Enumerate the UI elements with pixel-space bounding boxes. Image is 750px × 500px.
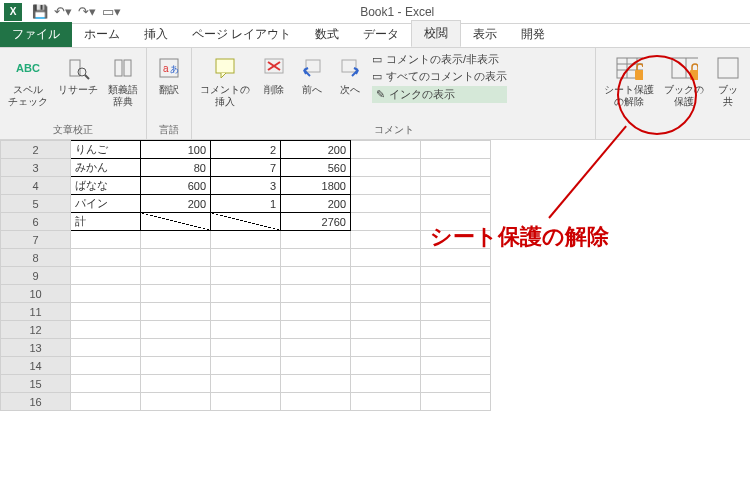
row-header[interactable]: 10 — [1, 285, 71, 303]
cell[interactable] — [141, 303, 211, 321]
spelling-button[interactable]: ABC スペル チェック — [6, 52, 50, 110]
cell[interactable]: ばなな — [71, 177, 141, 195]
cell[interactable] — [421, 339, 491, 357]
prev-comment-button[interactable]: 前へ — [296, 52, 328, 98]
cell[interactable] — [421, 321, 491, 339]
row-header[interactable]: 2 — [1, 141, 71, 159]
cell[interactable] — [351, 393, 421, 411]
cell[interactable] — [211, 339, 281, 357]
cell[interactable]: りんご — [71, 141, 141, 159]
cell[interactable] — [351, 195, 421, 213]
tab-data[interactable]: データ — [351, 22, 411, 47]
row-header[interactable]: 6 — [1, 213, 71, 231]
cell[interactable] — [71, 357, 141, 375]
cell[interactable] — [421, 303, 491, 321]
cell[interactable] — [211, 249, 281, 267]
cell[interactable]: 80 — [141, 159, 211, 177]
cell[interactable] — [281, 231, 351, 249]
cell[interactable] — [351, 231, 421, 249]
row-header[interactable]: 8 — [1, 249, 71, 267]
cell[interactable] — [421, 267, 491, 285]
cell[interactable] — [351, 321, 421, 339]
show-hide-comment-button[interactable]: ▭コメントの表示/非表示 — [372, 52, 507, 67]
cell[interactable] — [351, 303, 421, 321]
cell[interactable] — [211, 321, 281, 339]
cell[interactable] — [281, 375, 351, 393]
row-header[interactable]: 15 — [1, 375, 71, 393]
new-file-icon[interactable]: ▭▾ — [102, 4, 121, 19]
cell[interactable] — [141, 249, 211, 267]
cell[interactable] — [281, 357, 351, 375]
row-header[interactable]: 9 — [1, 267, 71, 285]
cell[interactable] — [421, 177, 491, 195]
cell[interactable] — [351, 267, 421, 285]
cell[interactable]: 2760 — [281, 213, 351, 231]
cell[interactable]: みかん — [71, 159, 141, 177]
row-header[interactable]: 4 — [1, 177, 71, 195]
next-comment-button[interactable]: 次へ — [334, 52, 366, 98]
cell[interactable] — [351, 213, 421, 231]
row-header[interactable]: 16 — [1, 393, 71, 411]
cell[interactable]: パイン — [71, 195, 141, 213]
cell[interactable] — [351, 159, 421, 177]
cell[interactable] — [141, 231, 211, 249]
tab-formulas[interactable]: 数式 — [303, 22, 351, 47]
row-header[interactable]: 14 — [1, 357, 71, 375]
cell[interactable] — [281, 267, 351, 285]
row-header[interactable]: 7 — [1, 231, 71, 249]
cell[interactable]: 600 — [141, 177, 211, 195]
thesaurus-button[interactable]: 類義語 辞典 — [106, 52, 140, 110]
cell[interactable] — [141, 213, 211, 231]
cell[interactable] — [281, 249, 351, 267]
save-icon[interactable]: 💾 — [32, 4, 48, 19]
tab-developer[interactable]: 開発 — [509, 22, 557, 47]
row-header[interactable]: 5 — [1, 195, 71, 213]
cell[interactable]: 200 — [281, 195, 351, 213]
show-ink-button[interactable]: ✎インクの表示 — [372, 86, 507, 103]
cell[interactable] — [421, 231, 491, 249]
share-workbook-button[interactable]: ブッ 共 — [712, 52, 744, 110]
cell[interactable] — [281, 303, 351, 321]
row-header[interactable]: 3 — [1, 159, 71, 177]
cell[interactable]: 1 — [211, 195, 281, 213]
cell[interactable] — [211, 213, 281, 231]
cell[interactable]: 200 — [281, 141, 351, 159]
cell[interactable]: 560 — [281, 159, 351, 177]
cell[interactable] — [71, 339, 141, 357]
cell[interactable] — [351, 141, 421, 159]
cell[interactable] — [211, 303, 281, 321]
cell[interactable] — [71, 267, 141, 285]
cell[interactable] — [351, 375, 421, 393]
cell[interactable] — [421, 393, 491, 411]
cell[interactable] — [281, 339, 351, 357]
cell[interactable] — [421, 195, 491, 213]
cell[interactable] — [421, 249, 491, 267]
cell[interactable]: 7 — [211, 159, 281, 177]
cell[interactable] — [421, 141, 491, 159]
cell[interactable] — [71, 393, 141, 411]
cell[interactable] — [141, 357, 211, 375]
new-comment-button[interactable]: コメントの 挿入 — [198, 52, 252, 110]
cell[interactable] — [71, 285, 141, 303]
redo-icon[interactable]: ↷▾ — [78, 4, 96, 19]
cell[interactable]: 1800 — [281, 177, 351, 195]
cell[interactable]: 3 — [211, 177, 281, 195]
cell[interactable] — [421, 375, 491, 393]
show-all-comments-button[interactable]: ▭すべてのコメントの表示 — [372, 69, 507, 84]
cell[interactable] — [71, 375, 141, 393]
cell[interactable] — [141, 339, 211, 357]
cell[interactable] — [351, 339, 421, 357]
cell[interactable] — [421, 285, 491, 303]
tab-file[interactable]: ファイル — [0, 22, 72, 47]
tab-review[interactable]: 校閲 — [411, 20, 461, 47]
row-header[interactable]: 11 — [1, 303, 71, 321]
cell[interactable] — [211, 375, 281, 393]
cell[interactable] — [141, 285, 211, 303]
cell[interactable] — [141, 267, 211, 285]
cell[interactable] — [421, 213, 491, 231]
tab-insert[interactable]: 挿入 — [132, 22, 180, 47]
research-button[interactable]: リサーチ — [56, 52, 100, 98]
cell[interactable] — [141, 375, 211, 393]
cell[interactable] — [351, 285, 421, 303]
delete-comment-button[interactable]: 削除 — [258, 52, 290, 98]
